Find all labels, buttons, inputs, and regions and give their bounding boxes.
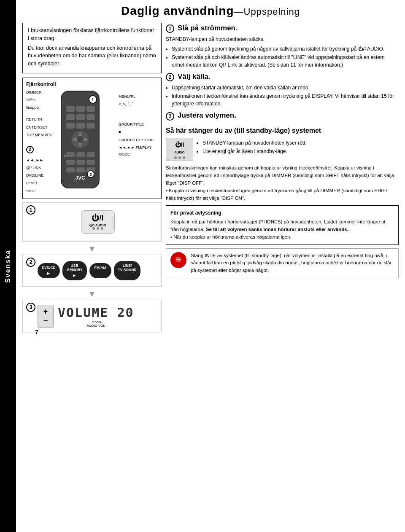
- step1-num-right: 1: [166, 24, 174, 33]
- step2-box: 2 DVD/CD ► USBMEMORY ► FM/AM: [22, 255, 162, 287]
- rr-menupl: MENU/PL: [119, 93, 158, 100]
- info-box-title: För privat avlyssning: [170, 209, 394, 217]
- step2-title-right: Välj källa.: [178, 71, 211, 82]
- vol-display: VOLUME 20: [58, 305, 134, 320]
- audio-label: ⏻/I AUDIO: [89, 223, 106, 227]
- main-content: Daglig användning—Uppspelning I bruksanv…: [16, 0, 405, 340]
- rl-return: RETURN: [26, 116, 54, 123]
- source-fmam: FM/AM: [89, 263, 111, 278]
- rl-dvdline: DVD/LINE: [26, 172, 54, 179]
- title-sub: —Uppspelning: [234, 6, 300, 17]
- svg-rect-5: [86, 106, 95, 112]
- vol-content: VOLUME 20 TV VOLAUDIO VOL: [58, 305, 134, 328]
- audio-icon-symbol: ⏻/I: [175, 140, 184, 150]
- step3-num-right: 3: [166, 112, 174, 121]
- step2-bullet1: Uppspelning startar automatiskt, om den …: [172, 84, 399, 91]
- dvdcd-label: DVD/CD: [42, 266, 56, 270]
- step2-heading: 2 Välj källa.: [166, 71, 399, 82]
- fmam-label: FM/AM: [94, 266, 106, 270]
- vol-minus: −: [43, 317, 48, 325]
- svg-text:II: II: [64, 154, 66, 158]
- svg-rect-11: [86, 123, 95, 129]
- remote-svg-area: 1: [57, 89, 115, 192]
- right-column: 1 Slå på strömmen. STANDBY-lampan på huv…: [166, 23, 399, 336]
- usb-label: USBMEMORY: [67, 263, 83, 272]
- vol-plus: +: [43, 307, 48, 316]
- step1-box: 1 ⏻/I ⏻/I AUDIO: [22, 202, 162, 242]
- info-box: För privat avlyssning Koppla in ett par …: [166, 205, 399, 245]
- remote-box: Fjärrkontroll DIMMER Siffer- knappar RET…: [22, 78, 162, 199]
- intro-text1: I bruksanvisningen förklaras fjärrkontro…: [28, 27, 156, 43]
- remote-svg: 1: [57, 89, 103, 190]
- step1-bullets: Systemet slås på genom tryckning på någo…: [166, 45, 399, 69]
- svg-rect-24: [66, 167, 75, 172]
- left-column: I bruksanvisningen förklaras fjärrkontro…: [22, 23, 162, 336]
- source-dvdcd: DVD/CD ►: [38, 263, 60, 278]
- arrow1: ▼: [22, 244, 162, 254]
- power-dots: [92, 227, 103, 230]
- audio-icon-label: AUDIO: [174, 150, 184, 155]
- svg-rect-6: [66, 114, 75, 120]
- arrow2: ▼: [22, 289, 162, 299]
- standby-bullet2: Lite energi går åt även i standby-läge.: [202, 148, 307, 155]
- svg-rect-18: [66, 152, 75, 157]
- svg-rect-19: [76, 152, 85, 157]
- standby-section: Så här stänger du av (till standby-läge)…: [166, 126, 399, 161]
- step1-bullet1: Systemet slås på genom tryckning på någo…: [172, 45, 399, 53]
- volume-area: + − VOLUME 20 TV VOLAUDIO VOL: [38, 303, 158, 330]
- rl-rewind: ◄◄, ►►: [26, 157, 54, 164]
- rl-dimmer: DIMMER: [26, 89, 54, 96]
- rl-knappar: knappar: [26, 104, 54, 111]
- line-label: LINE/TV SOUND: [118, 263, 137, 272]
- svg-rect-7: [76, 114, 85, 120]
- remote-container: DIMMER Siffer- knappar RETURN ENTER/SET …: [26, 89, 158, 195]
- step1-heading: 1 Slå på strömmen.: [166, 23, 399, 34]
- source-area: DVD/CD ► USBMEMORY ► FM/AM LINE/TV SOUND: [38, 258, 158, 284]
- svg-text:1: 1: [92, 97, 94, 102]
- svg-rect-23: [86, 160, 95, 165]
- svg-rect-22: [76, 160, 85, 165]
- intro-box: I bruksanvisningen förklaras fjärrkontro…: [22, 23, 162, 73]
- standby-dots: [174, 156, 185, 159]
- source-line: LINE/TV SOUND: [114, 261, 141, 280]
- rr-fmplay: ◄◄,►► FM/PLAY MODE: [119, 144, 158, 158]
- step2-bullets: Uppspelning startar automatiskt, om den …: [166, 84, 399, 107]
- svg-rect-4: [76, 106, 85, 112]
- power-button: ⏻/I ⏻/I AUDIO: [81, 210, 115, 234]
- standby-bullet1: STANDBY-lampan på huvudenheten lyser röt…: [202, 139, 307, 147]
- warning-box: ⛔ Stäng INTE av systemet (till standby-l…: [166, 248, 399, 278]
- page-number: 7: [35, 329, 38, 336]
- rl-level: LEVEL: [26, 180, 54, 186]
- rl-siffer: Siffer-: [26, 97, 54, 103]
- svg-rect-20: [86, 152, 95, 157]
- step2-bullet2: Informationen i teckenfönstret kan ändra…: [172, 92, 399, 107]
- rr-grouptitle: GROUP/TITLE: [119, 121, 158, 128]
- info-box-text: Koppla in ett par hörlurar i hörlursutta…: [170, 218, 394, 241]
- strom-text: Strömförbrukningen kan minskas genom att…: [166, 164, 399, 202]
- svg-rect-10: [76, 123, 85, 129]
- remote-labels-right: MENU/PL <, >, ˄, ˅ GROUP/TITLE ■ GROUP/T…: [119, 89, 158, 159]
- remote-labels-left: DIMMER Siffer- knappar RETURN ENTER/SET …: [26, 89, 54, 195]
- vol-label: TV VOLAUDIO VOL: [58, 320, 134, 328]
- rr-arrows: <, >, ˄, ˅: [119, 101, 158, 107]
- svg-text:3: 3: [89, 172, 92, 177]
- sidebar-label: Svenska: [4, 250, 12, 283]
- two-col-layout: I bruksanvisningen förklaras fjärrkontro…: [22, 23, 399, 336]
- remote-label: Fjärrkontroll: [26, 81, 158, 87]
- standby-heading: Så här stänger du av (till standby-läge)…: [166, 126, 399, 136]
- standby-bullets: STANDBY-lampan på huvudenheten lyser röt…: [197, 139, 307, 156]
- intro-text2: Du kan dock använda knapparna och kontro…: [28, 44, 156, 68]
- rl-enter: ENTER/SET: [26, 124, 54, 131]
- rl-shift: SHIFT: [26, 188, 54, 194]
- svg-rect-21: [66, 160, 75, 165]
- rl-qplink: QP LINK: [26, 164, 54, 171]
- step1-bullet2: Systemet slås på och källvalet ändras au…: [172, 54, 399, 69]
- svg-point-13: [77, 136, 84, 143]
- power-symbol: ⏻/I: [92, 214, 103, 223]
- audio-icon-box: ⏻/I AUDIO: [166, 138, 193, 161]
- sidebar: Svenska: [0, 0, 16, 532]
- vol-knob: + −: [38, 305, 54, 328]
- svg-rect-25: [76, 167, 85, 172]
- stop-icon: ⛔: [170, 252, 186, 268]
- step3-title-right: Justera volymen.: [178, 110, 236, 121]
